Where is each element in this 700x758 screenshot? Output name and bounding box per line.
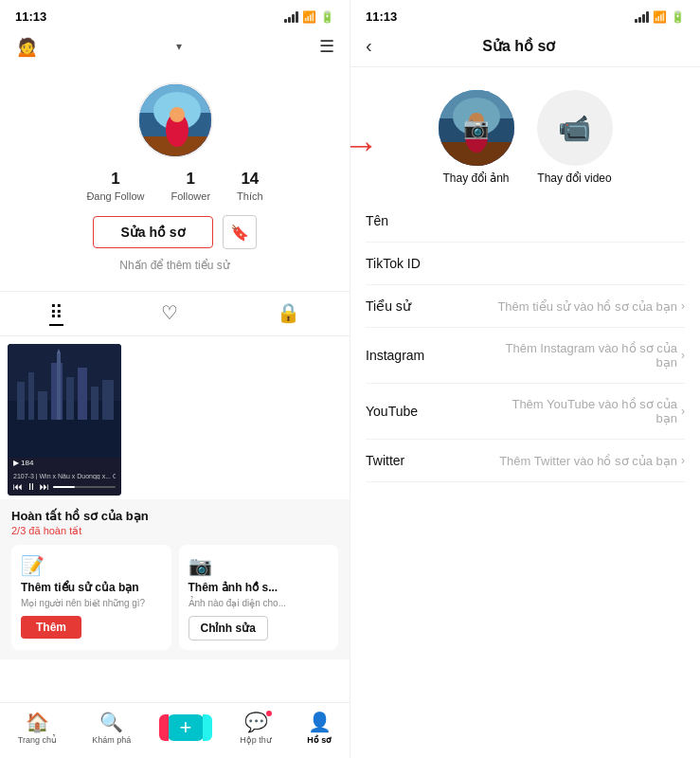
- explore-label: Khám phá: [92, 735, 131, 745]
- edit-avatar-section: 📷 Thay đổi ảnh 📹 Thay đổi video: [350, 67, 700, 200]
- photo-option-video[interactable]: 📹 Thay đổi video: [537, 90, 613, 185]
- instagram-chevron: ›: [681, 349, 685, 362]
- name-label: Tên: [366, 213, 388, 228]
- follower-count: 1: [187, 170, 195, 189]
- change-video-label: Thay đổi video: [537, 171, 611, 185]
- photo-card-icon: 📷: [188, 554, 212, 577]
- top-nav-left: 🙍 ▾ ☰: [0, 29, 350, 67]
- likes-label: Thích: [237, 190, 263, 202]
- tab-liked-icon[interactable]: ♡: [161, 301, 178, 326]
- svg-rect-17: [102, 380, 114, 420]
- tiktok-id-label: TikTok ID: [366, 256, 421, 271]
- page-title: Sửa hồ sơ: [384, 37, 655, 55]
- time-right: 11:13: [366, 9, 397, 24]
- complete-card-bio: 📝 Thêm tiểu sử của bạn Mọi người nên biế…: [11, 545, 171, 650]
- following-label: Đang Follow: [86, 190, 144, 202]
- progress-bar[interactable]: [53, 486, 116, 488]
- instagram-placeholder: Thêm Instagram vào hồ sơ của bạn: [495, 341, 677, 370]
- nav-home[interactable]: 🏠 Trang chủ: [18, 711, 57, 745]
- status-icons-right: 📶 🔋: [635, 10, 685, 24]
- form-row-name[interactable]: Tên: [366, 200, 685, 243]
- complete-profile-section: Hoàn tất hồ sơ của bạn 2/3 đã hoàn tất 📝…: [0, 499, 350, 659]
- play-pause-icon[interactable]: ⏸: [27, 481, 36, 492]
- complete-cards: 📝 Thêm tiểu sử của bạn Mọi người nên biế…: [11, 545, 338, 650]
- twitter-placeholder: Thêm Twitter vào hồ sơ của bạn: [499, 454, 677, 468]
- add-button[interactable]: +: [167, 714, 205, 741]
- nav-profile[interactable]: 👤 Hồ sơ: [307, 711, 332, 745]
- form-row-instagram[interactable]: Instagram Thêm Instagram vào hồ sơ của b…: [366, 328, 685, 384]
- svg-rect-11: [28, 372, 34, 420]
- status-icons-left: 📶 🔋: [284, 10, 334, 24]
- signal-icon-right: [635, 11, 649, 23]
- svg-rect-14: [66, 377, 74, 420]
- stat-following: 1 Đang Follow: [86, 170, 144, 202]
- photo-card-button[interactable]: Chỉnh sửa: [188, 616, 268, 641]
- wifi-icon: 📶: [302, 10, 316, 24]
- right-panel: 11:13 📶 🔋 ‹ Sửa hồ sơ: [350, 0, 700, 758]
- notification-dot: [266, 711, 272, 716]
- signal-icon: [284, 11, 298, 23]
- dropdown-arrow[interactable]: ▾: [176, 40, 182, 53]
- twitter-value: Thêm Twitter vào hồ sơ của bạn ›: [499, 454, 685, 468]
- form-row-twitter[interactable]: Twitter Thêm Twitter vào hồ sơ của bạn ›: [366, 440, 685, 482]
- bio-card-button[interactable]: Thêm: [21, 616, 81, 639]
- form-row-bio[interactable]: Tiểu sử Thêm tiểu sử vào hồ sơ của bạn ›: [366, 285, 685, 328]
- nav-explore[interactable]: 🔍 Khám phá: [92, 711, 131, 745]
- home-label: Trang chủ: [18, 735, 57, 745]
- bio-card-subtitle: Mọi người nên biết những gì?: [21, 598, 145, 608]
- explore-icon: 🔍: [99, 711, 123, 733]
- tab-private-icon[interactable]: 🔒: [277, 301, 300, 326]
- svg-rect-12: [38, 391, 47, 420]
- hamburger-menu[interactable]: ☰: [319, 36, 334, 57]
- photo-card-title: Thêm ảnh hồ s...: [188, 581, 278, 594]
- battery-icon-right: 🔋: [671, 10, 685, 24]
- status-bar-right: 11:13 📶 🔋: [350, 0, 700, 29]
- bottom-nav: 🏠 Trang chủ 🔍 Khám phá + 💬 Hộp thư 👤 Hồ …: [0, 702, 350, 758]
- action-row: Sửa hồ sơ 🔖: [93, 215, 256, 249]
- follower-label: Follower: [171, 190, 211, 202]
- stat-likes: 14 Thích: [237, 170, 263, 202]
- back-button[interactable]: ‹: [366, 35, 372, 57]
- instagram-label: Instagram: [366, 348, 424, 363]
- wifi-icon-right: 📶: [653, 10, 667, 24]
- next-icon[interactable]: ⏭: [40, 481, 49, 492]
- photo-option-avatar[interactable]: 📷 Thay đổi ảnh: [439, 90, 514, 185]
- camera-icon: 📷: [463, 116, 489, 140]
- avatar: [137, 82, 213, 158]
- video-thumbnail[interactable]: ▶ 184 2107-3 | Win x Nâu x Duongg x... O…: [8, 344, 121, 496]
- following-count: 1: [111, 170, 119, 189]
- add-user-icon[interactable]: 🙍: [15, 35, 39, 58]
- red-arrow: →: [343, 125, 379, 166]
- edit-profile-button[interactable]: Sửa hồ sơ: [93, 216, 212, 248]
- photo-options: 📷 Thay đổi ảnh 📹 Thay đổi video: [439, 90, 613, 185]
- video-overlay: 2107-3 | Win x Nâu x Duongg x... Ocean O…: [8, 469, 121, 496]
- form-row-youtube[interactable]: YouTube Thêm YouTube vào hồ sơ của bạn ›: [366, 384, 685, 440]
- svg-rect-18: [57, 353, 61, 420]
- youtube-chevron: ›: [681, 405, 685, 418]
- progress-fill: [53, 486, 75, 488]
- profile-icon: 👤: [308, 711, 332, 733]
- profile-container: 1 Đang Follow 1 Follower 14 Thích Sửa hồ…: [0, 67, 350, 281]
- complete-progress: 2/3 đã hoàn tất: [11, 525, 338, 537]
- avatar-edit-circle[interactable]: 📷: [439, 90, 514, 166]
- inbox-label: Hộp thư: [240, 735, 272, 745]
- nav-add[interactable]: +: [167, 714, 205, 741]
- photo-card-subtitle: Ảnh nào đại diện cho...: [188, 598, 287, 608]
- profile-label: Hồ sơ: [307, 735, 332, 745]
- battery-icon: 🔋: [320, 10, 334, 24]
- top-nav-right: ‹ Sửa hồ sơ: [350, 29, 700, 67]
- view-number: 184: [21, 459, 33, 467]
- tab-videos-icon[interactable]: ⠿: [49, 301, 63, 326]
- bio-label: Tiểu sử: [366, 298, 411, 314]
- twitter-chevron: ›: [681, 454, 685, 467]
- bookmark-button[interactable]: 🔖: [223, 215, 257, 249]
- time-left: 11:13: [15, 9, 46, 24]
- form-row-tiktok-id[interactable]: TikTok ID: [366, 243, 685, 285]
- bio-card-icon: 📝: [21, 554, 45, 577]
- svg-rect-16: [91, 387, 99, 420]
- bio-hint: Nhấn để thêm tiểu sử: [119, 259, 229, 272]
- svg-rect-15: [78, 368, 87, 420]
- video-option-circle[interactable]: 📹: [537, 90, 613, 166]
- nav-inbox[interactable]: 💬 Hộp thư: [240, 711, 272, 745]
- prev-icon[interactable]: ⏮: [13, 481, 23, 492]
